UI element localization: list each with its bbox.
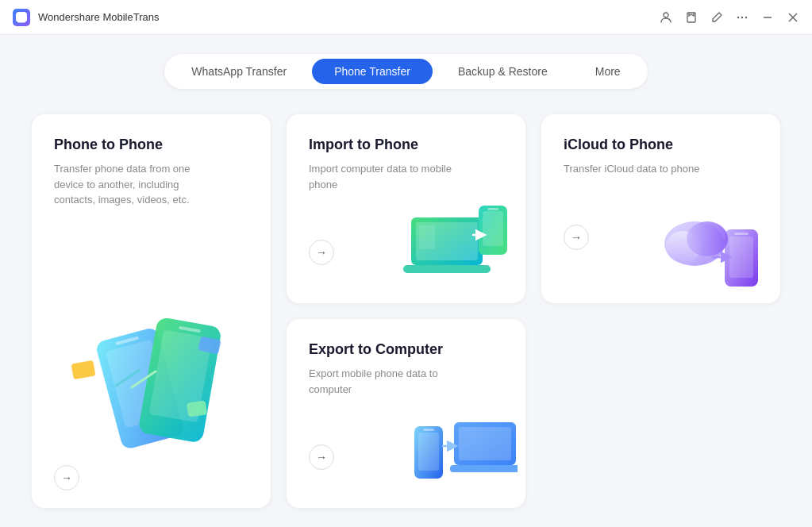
svg-point-29 xyxy=(687,221,728,256)
card-phone-to-phone-title: Phone to Phone xyxy=(54,137,248,153)
bookmark-icon[interactable] xyxy=(685,11,698,24)
svg-rect-26 xyxy=(734,233,749,235)
card-export-arrow[interactable]: → xyxy=(309,444,334,470)
svg-rect-14 xyxy=(71,360,95,380)
svg-rect-19 xyxy=(403,265,491,273)
card-import-desc: Import computer data to mobile phone xyxy=(309,161,468,192)
svg-point-2 xyxy=(737,16,739,17)
export-illustration xyxy=(406,406,518,494)
card-phone-to-phone-arrow[interactable]: → xyxy=(54,465,79,490)
card-phone-to-phone[interactable]: Phone to Phone Transfer phone data from … xyxy=(32,114,271,508)
minimize-button[interactable] xyxy=(761,11,774,24)
svg-rect-31 xyxy=(418,433,439,471)
svg-point-0 xyxy=(664,13,668,17)
card-import-title: Import to Phone xyxy=(309,137,503,153)
card-icloud-arrow[interactable]: → xyxy=(564,225,589,250)
card-export-to-computer[interactable]: Export to Computer Export mobile phone d… xyxy=(287,319,525,508)
card-import-arrow[interactable]: → xyxy=(309,240,334,265)
main-content: WhatsApp Transfer Phone Transfer Backup … xyxy=(0,35,812,527)
svg-rect-25 xyxy=(729,237,753,278)
tab-backup[interactable]: Backup & Restore xyxy=(436,59,570,84)
titlebar-left: Wondershare MobileTrans xyxy=(13,9,159,26)
card-icloud-desc: Transfer iCloud data to phone xyxy=(564,161,722,177)
import-illustration xyxy=(403,202,514,289)
card-export-title: Export to Computer xyxy=(309,341,503,358)
close-button[interactable] xyxy=(787,11,799,24)
app-title: Wondershare MobileTrans xyxy=(38,11,159,23)
card-phone-to-phone-desc: Transfer phone data from one device to a… xyxy=(54,161,213,208)
card-import-to-phone[interactable]: Import to Phone Import computer data to … xyxy=(287,114,525,303)
cards-grid: Phone to Phone Transfer phone data from … xyxy=(32,114,780,508)
edit-icon[interactable] xyxy=(710,11,723,24)
card-icloud-to-phone[interactable]: iCloud to Phone Transfer iCloud data to … xyxy=(541,114,780,303)
svg-rect-34 xyxy=(459,427,511,460)
tab-more[interactable]: More xyxy=(573,59,643,84)
card-export-desc: Export mobile phone data to computer xyxy=(309,366,468,397)
svg-rect-20 xyxy=(419,225,435,249)
icloud-illustration xyxy=(661,202,772,289)
titlebar: Wondershare MobileTrans xyxy=(0,0,812,35)
svg-rect-32 xyxy=(423,429,434,431)
menu-icon[interactable] xyxy=(736,11,749,24)
tab-phone[interactable]: Phone Transfer xyxy=(312,59,433,84)
svg-rect-35 xyxy=(450,465,518,472)
titlebar-controls xyxy=(660,11,799,24)
tab-whatsapp[interactable]: WhatsApp Transfer xyxy=(169,59,309,84)
phone-to-phone-illustration xyxy=(64,298,239,465)
account-icon[interactable] xyxy=(660,11,672,24)
card-icloud-title: iCloud to Phone xyxy=(564,137,758,153)
svg-rect-16 xyxy=(186,400,206,417)
app-icon xyxy=(13,9,30,26)
svg-point-4 xyxy=(745,16,747,17)
svg-rect-22 xyxy=(483,211,503,246)
svg-point-3 xyxy=(741,16,743,17)
svg-rect-23 xyxy=(487,208,498,210)
nav-tabs: WhatsApp Transfer Phone Transfer Backup … xyxy=(164,54,647,89)
